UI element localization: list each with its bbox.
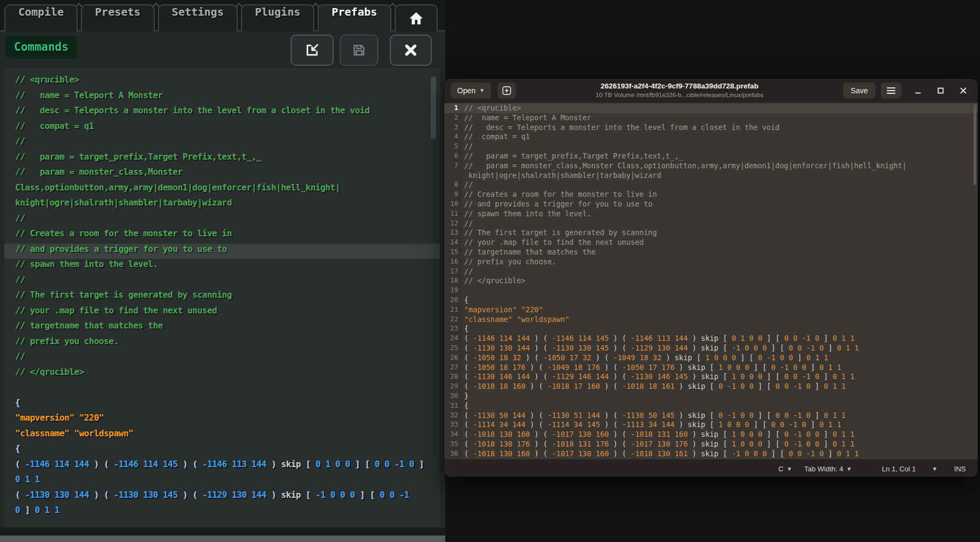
code-line: // spawn them into the level. xyxy=(4,259,440,275)
close-window-button[interactable] xyxy=(954,83,972,99)
code-line: 26( -1050 18 32 ) ( -1050 17 32 ) ( -104… xyxy=(444,353,978,363)
commands-text-area[interactable]: // <qrucible>// name = Teleport A Monste… xyxy=(4,68,440,527)
code-line: // compat = q1 xyxy=(4,121,440,136)
code-line: // param = monster_class,Monster xyxy=(4,167,440,182)
close-button[interactable] xyxy=(390,35,432,66)
tab-settings[interactable]: Settings xyxy=(158,4,238,31)
code-line: 10// and provides a trigger for you to u… xyxy=(444,200,978,209)
tab-plugins[interactable]: Plugins xyxy=(241,4,314,31)
code-line: // Creates a room for the monster to liv… xyxy=(4,228,440,244)
line-number: 11 xyxy=(444,209,463,219)
input-mode-label: INS xyxy=(954,465,966,473)
tab-width-label: Tab Width: 4 xyxy=(804,465,843,473)
line-number: 26 xyxy=(444,353,463,363)
cursor-position[interactable]: Ln 1, Col 1 xyxy=(882,460,916,477)
save-icon xyxy=(351,43,367,58)
language-label: C xyxy=(778,465,783,473)
code-line: 23{ xyxy=(444,324,978,334)
line-number: 24 xyxy=(444,334,463,344)
text-editor-window: Open ▼ 2626193f-a2f4-4f2c-9cf9-7788a39dd… xyxy=(444,79,978,477)
line-number: 5 xyxy=(444,142,463,152)
code-line: knight|ogre|shalrath|shambler|tarbaby|wi… xyxy=(4,197,440,213)
save-button-editor[interactable]: Save xyxy=(843,83,875,99)
line-number: 27 xyxy=(444,363,463,373)
code-line: // your .map file to find the next unuse… xyxy=(4,305,440,321)
code-line: // xyxy=(4,351,440,367)
tab-compile[interactable]: Compile xyxy=(4,4,78,31)
line-number xyxy=(444,171,463,181)
code-line: ( -1146 114 144 ) ( -1146 114 145 ) ( -1… xyxy=(4,459,440,475)
line-number: 10 xyxy=(444,200,463,209)
save-button[interactable] xyxy=(340,35,378,66)
line-number: 3 xyxy=(444,123,463,133)
line-number: 6 xyxy=(444,152,463,161)
code-line: 3// desc = Teleports a monster into the … xyxy=(444,123,978,133)
editor-text-area[interactable]: 1// <qrucible>2// name = Teleport A Mons… xyxy=(444,102,978,459)
open-button[interactable]: Open ▼ xyxy=(451,83,491,99)
minimize-button[interactable] xyxy=(909,83,927,99)
hamburger-icon xyxy=(886,87,896,94)
line-number: 2 xyxy=(444,113,463,123)
tab-prefabs[interactable]: Prefabs xyxy=(318,4,391,31)
plus-icon xyxy=(501,85,512,96)
code-line: 17// xyxy=(444,267,978,277)
export-button[interactable] xyxy=(291,35,334,66)
code-line: 20{ xyxy=(444,296,978,305)
code-line: 22"classname" "worldspawn" xyxy=(444,315,978,325)
code-line: { xyxy=(4,397,440,413)
goto-line-menu[interactable]: ▼ xyxy=(932,460,937,477)
line-number: 21 xyxy=(444,305,463,315)
main-menu-button[interactable] xyxy=(881,83,901,99)
language-selector[interactable]: C ▼ xyxy=(778,460,792,477)
cursor-position-label: Ln 1, Col 1 xyxy=(882,465,916,473)
left-scrollbar-thumb[interactable] xyxy=(431,77,436,139)
tab-home[interactable] xyxy=(395,4,438,31)
code-line: 19 xyxy=(444,286,978,296)
code-line: 16// prefix you choose. xyxy=(444,257,978,267)
editor-scrollbar-thumb[interactable] xyxy=(974,104,976,185)
code-line: // xyxy=(4,213,440,229)
tab-presets[interactable]: Presets xyxy=(81,4,154,31)
line-number: 16 xyxy=(444,257,463,267)
line-number: 20 xyxy=(444,296,463,305)
code-line: // name = Teleport A Monster xyxy=(4,90,440,106)
maximize-icon xyxy=(937,87,944,94)
tab-width-selector[interactable]: Tab Width: 4 ▼ xyxy=(804,460,852,477)
code-line: 11// spawn them into the level. xyxy=(444,209,978,219)
line-number: 31 xyxy=(444,401,463,411)
code-line: // prefix you choose. xyxy=(4,336,440,352)
code-line: 32( -1130 50 144 ) ( -1130 51 144 ) ( -1… xyxy=(444,411,978,421)
code-line: 34( -1018 130 160 ) ( -1017 130 160 ) ( … xyxy=(444,430,978,440)
line-number: 1 xyxy=(444,104,463,113)
line-number: 25 xyxy=(444,344,463,353)
code-line: 12// xyxy=(444,219,978,229)
code-line: 0 1 1 xyxy=(4,474,440,490)
editor-statusbar: C ▼ Tab Width: 4 ▼ Ln 1, Col 1 ▼ INS xyxy=(444,459,978,477)
line-number: 23 xyxy=(444,324,463,334)
line-number: 18 xyxy=(444,276,463,286)
minimize-icon xyxy=(914,87,922,94)
line-number: 7 xyxy=(444,161,463,171)
line-number: 36 xyxy=(444,449,463,459)
code-line: Class,optionbutton,army,army|demon1|dog|… xyxy=(4,182,440,198)
code-line: 7// param = monster_class,Monster Class,… xyxy=(444,161,978,171)
line-number: 29 xyxy=(444,382,463,392)
export-icon xyxy=(304,42,320,58)
line-number: 12 xyxy=(444,219,463,229)
line-number: 33 xyxy=(444,420,463,430)
code-line: // desc = Teleports a monster into the l… xyxy=(4,105,440,121)
line-number: 4 xyxy=(444,132,463,142)
code-line: 8// xyxy=(444,180,978,190)
chevron-down-icon: ▼ xyxy=(846,466,852,472)
code-line: 21"mapversion" "220" xyxy=(444,305,978,315)
document-path: 10 TB Volume /mnt/fb91e326-b...cible/rel… xyxy=(516,91,843,99)
maximize-button[interactable] xyxy=(931,83,950,99)
code-line: 6// param = target_prefix,Target Prefix,… xyxy=(444,152,978,161)
line-number: 17 xyxy=(444,267,463,277)
left-window-bottom-bar xyxy=(0,536,445,542)
new-tab-button[interactable] xyxy=(498,83,516,99)
window-title-area: 2626193f-a2f4-4f2c-9cf9-7788a39dd728.pre… xyxy=(516,82,843,99)
code-line: 35( -1018 130 176 ) ( -1018 131 176 ) ( … xyxy=(444,440,978,449)
code-line: { xyxy=(4,443,440,459)
code-line: 5// xyxy=(444,142,978,152)
